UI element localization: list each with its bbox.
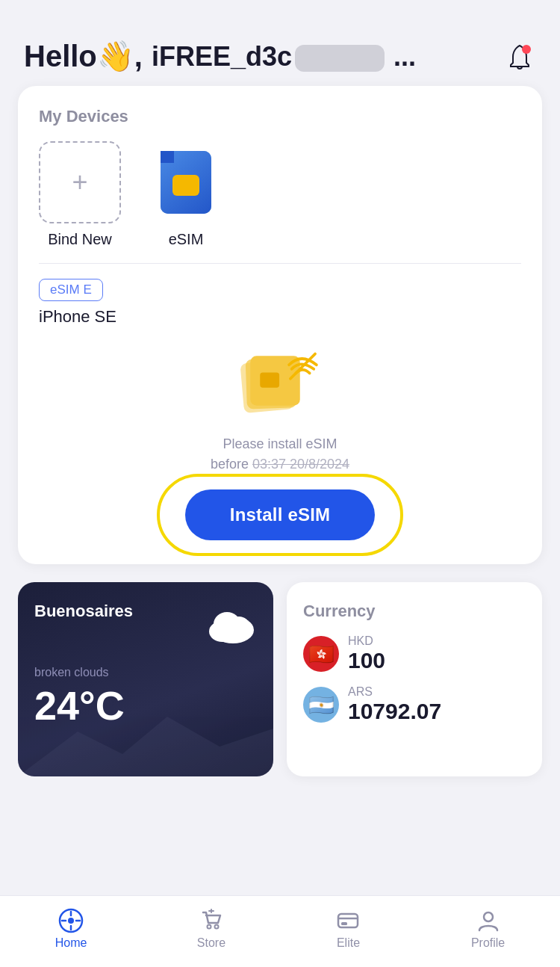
install-btn-wrap: Install eSIM — [39, 489, 521, 540]
hkd-flag: 🇭🇰 — [303, 636, 339, 672]
svg-rect-23 — [341, 922, 347, 925]
device-name-text: iPhone SE — [39, 307, 521, 327]
bind-new-item[interactable]: + Bind New — [39, 141, 121, 248]
install-esim-button[interactable]: Install eSIM — [185, 489, 375, 540]
ars-amount: 10792.07 — [348, 699, 441, 724]
esim-icon-wrap — [145, 141, 227, 223]
ars-code: ARS — [348, 685, 441, 699]
store-label: Store — [197, 936, 225, 950]
cloud-icon — [202, 600, 261, 648]
bind-new-box[interactable]: + — [39, 141, 121, 223]
svg-point-24 — [484, 912, 493, 921]
home-icon — [58, 908, 84, 933]
ars-flag: 🇦🇷 — [303, 687, 339, 723]
divider — [39, 263, 521, 264]
hkd-code: HKD — [348, 634, 385, 648]
ars-info: ARS 10792.07 — [348, 685, 441, 724]
nav-item-home[interactable]: Home — [40, 902, 102, 956]
more-dots[interactable]: ... — [393, 41, 416, 72]
bottom-nav: Home Store Elite — [0, 895, 560, 967]
profile-label: Profile — [471, 936, 505, 950]
devices-card: My Devices + Bind New — [18, 86, 542, 564]
nav-item-store[interactable]: Store — [182, 902, 240, 956]
nav-item-elite[interactable]: Elite — [320, 902, 376, 956]
devices-title: My Devices — [39, 107, 521, 126]
install-prompt: Please install eSIM before 03:37 20/8/20… — [211, 434, 349, 475]
nav-item-profile[interactable]: Profile — [456, 902, 520, 956]
svg-point-0 — [522, 45, 531, 54]
esim-label: eSIM — [169, 231, 204, 248]
svg-point-12 — [228, 617, 249, 634]
username-text: iFREE_d3c — [152, 41, 385, 72]
greeting-text: Hello👋, — [24, 39, 143, 74]
currency-title: Currency — [303, 602, 526, 621]
svg-point-14 — [68, 918, 74, 924]
svg-rect-3 — [172, 175, 199, 196]
install-section: Please install eSIM before 03:37 20/8/20… — [39, 342, 521, 540]
currency-row-hkd: 🇭🇰 HKD 100 — [303, 634, 526, 673]
plus-icon: + — [72, 169, 87, 196]
esim-badge-row: eSIM E — [39, 279, 521, 301]
esim-device-item[interactable]: eSIM — [145, 141, 227, 248]
elite-label: Elite — [337, 936, 360, 950]
svg-rect-7 — [260, 372, 279, 387]
notification-bell-icon[interactable] — [503, 40, 536, 73]
profile-icon — [476, 908, 501, 933]
esim-badge[interactable]: eSIM E — [39, 279, 103, 301]
home-label: Home — [55, 936, 87, 950]
currency-card: Currency 🇭🇰 HKD 100 🇦🇷 ARS 10792.07 — [287, 582, 542, 776]
header: Hello👋, iFREE_d3c ... — [0, 0, 560, 86]
bind-new-label: Bind New — [48, 231, 112, 248]
hkd-info: HKD 100 — [348, 634, 385, 673]
devices-row: + Bind New — [39, 141, 521, 248]
currency-row-ars: 🇦🇷 ARS 10792.07 — [303, 685, 526, 724]
svg-point-19 — [207, 924, 211, 928]
esim-illustration — [235, 347, 325, 422]
weather-card: Buenosaires broken clouds 24°C — [18, 582, 273, 776]
svg-rect-21 — [338, 914, 358, 927]
store-icon — [199, 908, 224, 933]
svg-point-20 — [214, 924, 218, 928]
elite-icon — [335, 908, 361, 933]
hkd-amount: 100 — [348, 648, 385, 673]
bottom-cards-row: Buenosaires broken clouds 24°C Currency … — [18, 582, 542, 776]
weather-description: broken clouds — [34, 666, 257, 679]
